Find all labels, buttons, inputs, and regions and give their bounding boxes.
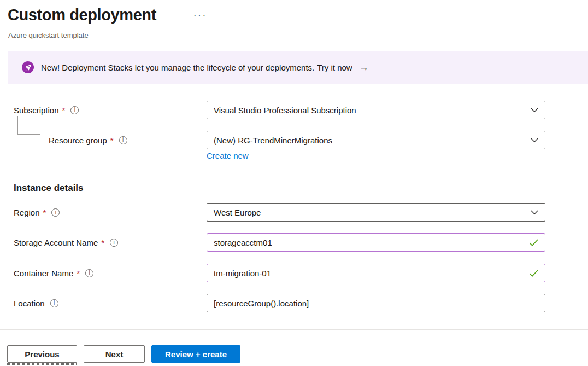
- subscription-label: Subscription: [14, 106, 59, 115]
- previous-button-focus-dash: [7, 363, 77, 365]
- storage-account-name-label-row: Storage Account Name * i: [14, 233, 118, 252]
- valid-check-icon: [529, 270, 538, 277]
- container-name-field: [207, 264, 545, 282]
- previous-button[interactable]: Previous: [7, 345, 77, 363]
- location-field: [207, 294, 545, 312]
- chevron-down-icon: [531, 138, 538, 143]
- region-label-row: Region * i: [14, 203, 60, 222]
- region-selected-value: West Europe: [214, 208, 261, 217]
- location-input[interactable]: [214, 294, 538, 312]
- location-label-row: Location i: [14, 294, 58, 312]
- location-label: Location: [14, 299, 45, 308]
- more-options-button[interactable]: ···: [193, 10, 207, 20]
- rocket-icon: [22, 61, 34, 73]
- subscription-label-row: Subscription * i: [14, 101, 79, 119]
- banner-message: New! Deployment Stacks let you manage th…: [41, 63, 314, 72]
- page-title: Custom deployment: [8, 6, 156, 24]
- instance-details-heading: Instance details: [14, 183, 84, 194]
- resource-group-selected-value: (New) RG-TrendMinerMigrations: [214, 136, 332, 145]
- info-icon[interactable]: i: [110, 239, 118, 247]
- info-icon[interactable]: i: [85, 269, 93, 277]
- required-asterisk: *: [43, 208, 46, 217]
- create-new-link[interactable]: Create new: [207, 151, 249, 160]
- storage-account-name-field: [207, 233, 545, 252]
- next-button[interactable]: Next: [84, 345, 145, 363]
- storage-account-name-label: Storage Account Name: [14, 238, 98, 247]
- review-create-button[interactable]: Review + create: [151, 345, 240, 363]
- footer-divider: [0, 329, 588, 330]
- storage-account-name-input[interactable]: [214, 234, 525, 251]
- info-icon[interactable]: i: [51, 208, 60, 217]
- info-icon[interactable]: i: [70, 106, 79, 114]
- container-name-input[interactable]: [214, 264, 525, 282]
- required-asterisk: *: [77, 269, 80, 278]
- custom-deployment-page: Custom deployment ··· Azure quickstart t…: [0, 0, 588, 366]
- resource-group-label-row: Resource group * i: [49, 131, 127, 149]
- resource-group-dropdown[interactable]: (New) RG-TrendMinerMigrations: [207, 131, 545, 149]
- tree-connector-vertical: [17, 116, 18, 134]
- region-label: Region: [14, 208, 40, 217]
- subscription-selected-value: Visual Studio Professional Subscription: [214, 106, 356, 115]
- required-asterisk: *: [110, 136, 114, 145]
- info-icon[interactable]: i: [50, 299, 58, 307]
- info-icon[interactable]: i: [119, 136, 127, 144]
- region-dropdown[interactable]: West Europe: [207, 203, 545, 222]
- arrow-right-icon[interactable]: →: [359, 62, 369, 72]
- banner-try-it-now-link[interactable]: Try it now: [317, 63, 352, 72]
- container-name-label-row: Container Name * i: [14, 264, 93, 282]
- deployment-stacks-banner: New! Deployment Stacks let you manage th…: [8, 51, 588, 84]
- required-asterisk: *: [101, 238, 104, 247]
- required-asterisk: *: [62, 106, 66, 115]
- valid-check-icon: [529, 239, 538, 246]
- resource-group-label: Resource group: [49, 136, 107, 145]
- chevron-down-icon: [531, 210, 538, 215]
- chevron-down-icon: [531, 108, 538, 113]
- tree-connector-horizontal: [17, 134, 40, 135]
- subscription-dropdown[interactable]: Visual Studio Professional Subscription: [207, 101, 545, 119]
- container-name-label: Container Name: [14, 269, 73, 278]
- page-subtitle: Azure quickstart template: [8, 31, 89, 39]
